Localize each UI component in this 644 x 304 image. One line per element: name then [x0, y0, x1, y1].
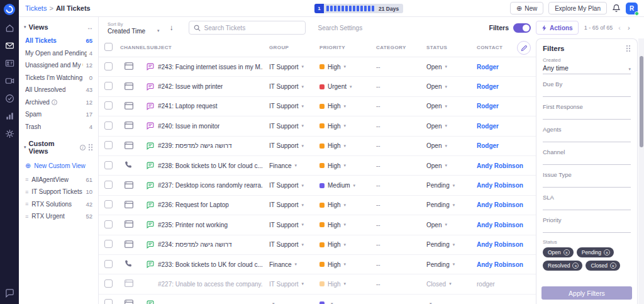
custom-view-item[interactable]: ≡ IT Support Tickets 10 [19, 186, 98, 198]
settings-gear-icon[interactable] [5, 129, 14, 138]
group-dropdown[interactable]: Finance▾ [269, 162, 319, 169]
row-checkbox[interactable] [104, 220, 113, 228]
search-input[interactable] [204, 25, 301, 31]
group-dropdown[interactable]: IT Support▾ [269, 201, 319, 208]
contact-link[interactable]: Andy Robinson [477, 222, 536, 228]
contact-link[interactable]: Rodger [477, 103, 536, 110]
chat-support-icon[interactable] [5, 288, 14, 298]
status-dropdown[interactable]: Open▾ [426, 103, 477, 110]
table-row[interactable]: #234: דרושה גישה למדפסת IT Support▾ High… [99, 235, 536, 255]
view-list-item[interactable]: All Unresolved i 43 [19, 84, 98, 96]
row-checkbox[interactable] [104, 62, 113, 70]
status-dropdown[interactable]: Open▾ [426, 162, 477, 169]
row-checkbox[interactable] [104, 181, 113, 189]
notifications-bell-icon[interactable] [612, 4, 621, 13]
group-dropdown[interactable]: IT Support▾ [269, 83, 319, 90]
drag-handle-icon[interactable]: ≡ [25, 201, 28, 207]
contact-link[interactable]: Rodger [477, 123, 536, 130]
drag-handle-icon[interactable]: ≡ [25, 176, 28, 183]
view-list-item[interactable]: Trash i 4 [19, 121, 98, 133]
sort-direction-icon[interactable]: ↓ [170, 23, 174, 32]
priority-dropdown[interactable]: High▾ [319, 64, 376, 70]
filter-field[interactable]: Due By ▾ [543, 81, 631, 97]
remove-chip-icon[interactable]: × [572, 262, 579, 269]
contact-link[interactable]: Andy Robinson [477, 241, 536, 248]
ticket-subject-link[interactable]: #235: Printer not working [158, 222, 228, 228]
grid-handle-icon[interactable] [88, 144, 93, 151]
table-row[interactable]: ▾ ▾ ▾ [99, 295, 536, 304]
table-row[interactable]: #236: Request for Laptop IT Support▾ Hig… [99, 196, 536, 215]
contact-link[interactable]: Andy Robinson [477, 261, 536, 268]
priority-dropdown[interactable]: High▾ [319, 281, 376, 288]
status-dropdown[interactable]: Closed▾ [426, 281, 477, 288]
priority-dropdown[interactable]: Medium▾ [319, 182, 376, 189]
view-list-item[interactable]: Unassigned and My Open i 12 [19, 59, 98, 72]
table-row[interactable]: #233: Book tickets to UK for cloud c... … [99, 255, 536, 274]
group-dropdown[interactable]: IT Support▾ [269, 281, 319, 288]
status-dropdown[interactable]: Pending▾ [426, 241, 477, 248]
priority-dropdown[interactable]: High▾ [319, 241, 376, 248]
video-icon[interactable] [5, 76, 14, 86]
app-logo[interactable] [4, 4, 15, 15]
row-checkbox[interactable] [104, 279, 113, 288]
row-checkbox[interactable] [104, 200, 113, 208]
ticket-subject-link[interactable]: #242: Issue with printer [158, 83, 223, 90]
edit-columns-button[interactable] [517, 41, 531, 55]
filters-toggle[interactable] [513, 23, 531, 33]
ticket-subject-link[interactable]: #234: דרושה גישה למדפסת [158, 241, 232, 248]
group-dropdown[interactable]: IT Support▾ [269, 64, 319, 70]
views-section-header[interactable]: ▾ Views ↔ [19, 20, 98, 35]
filter-field[interactable]: Priority ▾ [543, 217, 631, 233]
group-dropdown[interactable]: IT Support▾ [269, 182, 319, 189]
drag-grip-icon[interactable] [626, 45, 631, 52]
custom-views-header[interactable]: ▾ Custom Views i [19, 137, 98, 159]
group-dropdown[interactable]: IT Support▾ [269, 241, 319, 248]
custom-view-item[interactable]: ≡ AllAgentView 61 [19, 174, 98, 186]
table-row[interactable]: #227: Unable to access the company... IT… [99, 274, 536, 294]
status-filter-chip[interactable]: Pending × [577, 247, 614, 257]
custom-view-item[interactable]: ≡ RTX Solutions 42 [19, 198, 98, 211]
priority-dropdown[interactable]: High▾ [319, 162, 376, 169]
sort-by-dropdown[interactable]: Sort By Created Time▾ [108, 21, 160, 35]
priority-dropdown[interactable]: High▾ [319, 142, 376, 149]
priority-dropdown[interactable]: ▾ [319, 301, 376, 304]
group-dropdown[interactable]: IT Support▾ [269, 222, 319, 228]
actions-button[interactable]: Actions [536, 21, 579, 35]
contact-link[interactable]: Rodger [477, 83, 536, 90]
ticket-subject-link[interactable]: #241: Laptop request [158, 103, 218, 110]
priority-dropdown[interactable]: High▾ [319, 222, 376, 228]
contacts-card-icon[interactable] [5, 59, 14, 68]
ticket-subject-link[interactable]: #237: Desktop icons randomly rearra... [158, 182, 263, 189]
row-checkbox[interactable] [104, 260, 113, 268]
status-dropdown[interactable]: Pending▾ [426, 201, 477, 208]
view-list-item[interactable]: All Tickets i 65 [19, 35, 98, 47]
filter-field[interactable]: Issue Type ▾ [543, 171, 631, 188]
search-box[interactable] [189, 21, 306, 35]
vertical-scrollbar[interactable] [638, 38, 644, 304]
priority-dropdown[interactable]: High▾ [319, 261, 376, 268]
user-avatar[interactable]: R [626, 3, 638, 14]
ticket-subject-link[interactable]: #233: Book tickets to UK for cloud c... [158, 261, 263, 268]
contact-link[interactable]: Rodger [477, 64, 536, 70]
custom-view-item[interactable]: ≡ RTX Urgent 52 [19, 210, 98, 223]
status-dropdown[interactable]: Open▾ [426, 123, 477, 130]
remove-chip-icon[interactable]: × [610, 262, 616, 269]
filter-field[interactable]: SLA ▾ [543, 194, 631, 210]
priority-dropdown[interactable]: Urgent▾ [319, 83, 376, 90]
drag-handle-icon[interactable]: ≡ [25, 213, 28, 220]
filter-field[interactable]: First Response ▾ [543, 103, 631, 120]
view-list-item[interactable]: My Open and Pending i 4 [19, 47, 98, 60]
status-filter-chip[interactable]: Resolved × [543, 261, 582, 271]
group-dropdown[interactable]: Finance▾ [269, 261, 319, 268]
view-list-item[interactable]: Spam i 17 [19, 108, 98, 121]
table-row[interactable]: #240: Issue in monitor IT Support▾ High▾… [99, 116, 536, 136]
contact-link[interactable]: Rodger [477, 142, 536, 149]
status-dropdown[interactable]: Open▾ [426, 64, 477, 70]
scrollbar-thumb[interactable] [640, 56, 643, 147]
ticket-subject-link[interactable]: #238: Book tickets to UK for cloud c... [158, 162, 263, 169]
status-dropdown[interactable]: Pending▾ [426, 261, 477, 268]
status-filter-chip[interactable]: Closed × [586, 261, 619, 271]
row-checkbox[interactable] [104, 82, 113, 90]
ticket-subject-link[interactable]: #240: Issue in monitor [158, 123, 219, 130]
table-row[interactable]: #237: Desktop icons randomly rearra... I… [99, 176, 536, 195]
